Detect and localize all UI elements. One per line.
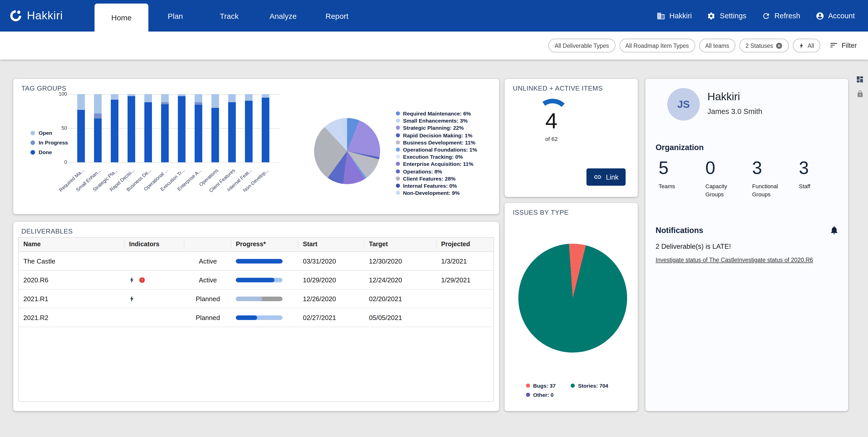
tab-home[interactable]: Home (95, 4, 148, 32)
unlinked-count: 4 (531, 108, 572, 133)
stacked-bar-small-enhan (94, 94, 102, 162)
issues-title: ISSUES BY TYPE (513, 209, 569, 216)
stat-value: 3 (799, 158, 846, 178)
app-logo-text: Hakkiri (27, 9, 63, 22)
table-row-2021-r1[interactable]: 2021.R1Planned12/26/202002/20/2021 (19, 289, 493, 308)
stacked-bar-client-features (228, 94, 236, 162)
deliverables-title: DELIVERABLES (21, 227, 73, 235)
column-header-indicators[interactable]: Indicators (125, 240, 184, 249)
issues-legend: Bugs: 37Other: 0 Stories: 704 (526, 382, 608, 399)
error-icon (139, 276, 145, 283)
refresh-icon (762, 11, 770, 20)
start-date: 03/31/2020 (298, 257, 364, 265)
app-logo[interactable]: Hakkiri (0, 9, 90, 22)
bell-icon[interactable] (829, 225, 839, 235)
legend-dot (396, 148, 400, 152)
legend-dot (30, 130, 35, 135)
legend-dot (396, 126, 400, 130)
gauge-arc (541, 95, 566, 109)
deliverable-name: The Castle (19, 257, 125, 265)
org-stat-teams: 5Teams (659, 158, 705, 199)
header-action-hakkiri[interactable]: Hakkiri (657, 11, 692, 20)
stat-label: Functional Groups (752, 182, 784, 199)
tab-track[interactable]: Track (202, 0, 256, 32)
legend-dot (396, 184, 400, 188)
account-icon (815, 11, 824, 20)
legend-dot (526, 384, 530, 388)
column-header-name[interactable]: Name (19, 240, 125, 249)
lock-icon[interactable] (856, 90, 864, 98)
link-button-label: Link (606, 173, 618, 181)
filter-chip-all[interactable]: All (793, 39, 820, 52)
filter-chip-all-roadmap-item-types[interactable]: All Roadmap Item Types (619, 39, 695, 52)
y-axis-label: 100 (54, 91, 67, 97)
column-header-status[interactable] (184, 240, 231, 249)
tab-plan[interactable]: Plan (148, 0, 202, 32)
issues-legend-col2: Stories: 704 (571, 382, 608, 399)
progress-cell (231, 315, 298, 320)
filter-chip-2-statuses[interactable]: 2 Statuses (739, 39, 789, 52)
tag-groups-card: TAG GROUPS OpenIn ProgressDone 050100Req… (13, 79, 499, 214)
bolt-icon (799, 42, 805, 49)
top-nav: Hakkiri HomePlanTrackAnalyzeReport Hakki… (0, 0, 868, 32)
tag-groups-pie-legend: Required Maintenance: 6%Small Enhancemen… (396, 110, 477, 197)
legend-dot (396, 111, 400, 115)
column-header-projected[interactable]: Projected (437, 240, 493, 249)
avatar: JS (667, 88, 700, 121)
legend-dot (396, 155, 400, 159)
pie-legend-business-development: Business Development: 11% (396, 139, 477, 146)
start-date: 12/26/2020 (298, 295, 364, 302)
app: Hakkiri HomePlanTrackAnalyzeReport Hakki… (0, 0, 868, 437)
tab-report[interactable]: Report (310, 0, 364, 32)
stacked-bar-rapid-decisi (128, 94, 135, 162)
filter-chips: All Deliverable TypesAll Roadmap Item Ty… (549, 39, 820, 52)
legend-dot (571, 384, 575, 388)
legend-dot (396, 191, 400, 195)
target-date: 05/05/2021 (364, 314, 437, 321)
profile-user: James 3.0 Smith (707, 107, 762, 115)
stat-value: 5 (659, 158, 705, 178)
legend-dot (396, 162, 400, 166)
deliverables-header: NameIndicatorsProgress*StartTargetProjec… (19, 238, 493, 252)
status-cell: Planned (184, 314, 231, 321)
target-date: 02/20/2021 (364, 295, 437, 302)
bolt-icon (129, 276, 136, 283)
header-action-account[interactable]: Account (815, 11, 855, 20)
filter-bar: All Deliverable TypesAll Roadmap Item Ty… (0, 32, 868, 60)
investigate-link[interactable]: Investigate status of The CastleInvestig… (656, 257, 813, 263)
issues-pie (518, 244, 627, 353)
legend-dot (30, 140, 35, 145)
indicators-cell (125, 295, 184, 302)
filter-chip-all-deliverable-types[interactable]: All Deliverable Types (549, 39, 615, 52)
projected-date: 1/3/2021 (437, 257, 493, 265)
tab-analyze[interactable]: Analyze (256, 0, 310, 32)
stacked-bar-operations (211, 94, 219, 162)
dashboard-icon[interactable] (856, 75, 864, 83)
header-action-refresh[interactable]: Refresh (762, 11, 800, 20)
column-header-target[interactable]: Target (364, 240, 437, 249)
link-button[interactable]: Link (586, 168, 626, 186)
link-icon (594, 173, 602, 181)
status-cell: Planned (184, 295, 231, 302)
issues-legend-stories: Stories: 704 (571, 382, 608, 389)
org-stat-staff: 3Staff (799, 158, 846, 199)
deliverable-name: 2021.R2 (19, 314, 125, 321)
pie-legend-required-maintenance: Required Maintenance: 6% (396, 110, 477, 117)
y-axis-label: 50 (54, 125, 67, 131)
legend-item-done: Done (30, 149, 68, 155)
org-stat-capacity-groups: 0Capacity Groups (705, 158, 752, 199)
header-action-settings[interactable]: Settings (707, 11, 747, 20)
filter-button[interactable]: Filter (829, 41, 857, 50)
close-icon[interactable] (776, 42, 783, 49)
notifications-header: Notifications (656, 225, 839, 235)
pie-legend-execution-tracking: Execution Tracking: 0% (396, 153, 477, 160)
table-row-2021-r2[interactable]: 2021.R2Planned02/27/202105/05/2021 (19, 308, 493, 327)
table-row-2020-r6[interactable]: 2020.R6Active10/29/202012/24/20201/29/20… (19, 271, 493, 289)
pie-legend-non-development: Non-Development: 9% (396, 189, 477, 196)
filter-chip-all-teams[interactable]: All teams (699, 39, 735, 52)
column-header-progress[interactable]: Progress* (231, 240, 298, 249)
table-row-the-castle[interactable]: The CastleActive03/31/202012/30/20201/3/… (19, 252, 493, 271)
issues-legend-bugs: Bugs: 37 (526, 382, 556, 389)
deliverable-name: 2021.R1 (19, 295, 125, 302)
column-header-start[interactable]: Start (298, 240, 364, 249)
